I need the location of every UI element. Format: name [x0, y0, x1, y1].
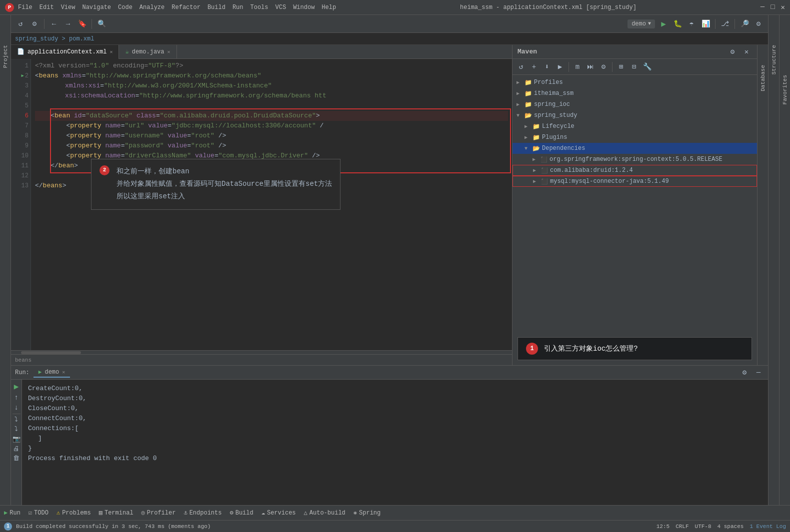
menu-file[interactable]: File: [18, 4, 32, 11]
breadcrumb-project[interactable]: spring_study > pom.xml: [15, 35, 94, 42]
tree-item-mysql[interactable]: ▶ ⬛ mysql:mysql-connector-java:5.1.49: [512, 176, 757, 187]
tree-item-spring-study[interactable]: ▼ 📂 spring_study: [512, 110, 757, 121]
menu-edit[interactable]: Edit: [40, 4, 54, 11]
profile-button[interactable]: 📊: [700, 18, 711, 29]
tree-item-dependencies[interactable]: ▼ 📂 Dependencies: [512, 143, 757, 154]
menu-bar[interactable]: File Edit View Navigate Code Analyze Ref…: [18, 4, 336, 11]
run-settings[interactable]: ⚙: [739, 367, 750, 378]
tool-build[interactable]: ⚙ Build: [230, 509, 253, 517]
minimize-button[interactable]: ─: [760, 3, 764, 11]
menu-vcs[interactable]: VCS: [276, 4, 286, 11]
forward-button[interactable]: →: [62, 18, 74, 29]
maven-execute[interactable]: ▶: [554, 61, 566, 72]
run-demo-tab[interactable]: ▶ demo ✕: [34, 368, 70, 378]
menu-code[interactable]: Code: [118, 4, 132, 11]
endpoints-icon: ⚓: [184, 509, 187, 517]
refresh-button[interactable]: ↺: [15, 18, 26, 29]
maven-settings[interactable]: ⚙: [727, 46, 738, 57]
output-line-4: ConnectCount:0,: [28, 414, 762, 424]
tool-services[interactable]: ☁ Services: [262, 509, 296, 517]
maven-settings2[interactable]: ⚙: [598, 61, 609, 72]
tree-item-itheima[interactable]: ▶ 📁 itheima_ssm: [512, 88, 757, 99]
tree-item-plugins[interactable]: ▶ 📁 Plugins: [512, 132, 757, 143]
tree-item-lifecycle[interactable]: ▶ 📁 Lifecycle: [512, 121, 757, 132]
maven-collapse[interactable]: ⊞: [616, 61, 626, 72]
back-button[interactable]: ←: [48, 18, 60, 29]
tool-endpoints[interactable]: ⚓ Endpoints: [184, 509, 222, 517]
maven-download[interactable]: ⬇: [542, 61, 552, 72]
maven-skip[interactable]: ⏭: [585, 61, 596, 72]
run-config-dropdown[interactable]: demo ▼: [628, 19, 655, 28]
maven-close[interactable]: ✕: [741, 46, 752, 57]
tool-terminal[interactable]: ▤ Terminal: [99, 509, 134, 517]
project-tab[interactable]: Project: [2, 45, 8, 68]
close-run-tab[interactable]: ✕: [62, 369, 65, 375]
menu-navigate[interactable]: Navigate: [82, 4, 111, 11]
maven-expand[interactable]: ⊟: [628, 61, 640, 72]
run-scroll-btn[interactable]: ⤵: [14, 426, 18, 433]
code-content[interactable]: <?xml version="1.0" encoding="UTF-8"?> <…: [31, 59, 512, 350]
maven-add[interactable]: +: [528, 61, 540, 72]
menu-help[interactable]: Help: [322, 4, 336, 11]
settings-button[interactable]: ⚙: [29, 18, 40, 29]
maven-lifecycle[interactable]: m: [572, 61, 583, 72]
tool-problems[interactable]: ⚠ Problems: [56, 509, 91, 517]
tab-application-context[interactable]: 📄 applicationContext.xml ✕: [11, 45, 119, 59]
menu-refactor[interactable]: Refactor: [172, 4, 200, 11]
maven-refresh[interactable]: ↺: [516, 61, 526, 72]
menu-window[interactable]: Window: [293, 4, 314, 11]
close-tab-xml[interactable]: ✕: [110, 49, 112, 55]
favorites-tab[interactable]: Favorites: [782, 75, 788, 104]
tool-auto-build[interactable]: △ Auto-build: [304, 509, 346, 517]
debug-button[interactable]: 🐛: [672, 18, 683, 29]
tool-run[interactable]: ▶ Run: [4, 509, 20, 517]
event-count-badge: 1: [4, 523, 12, 531]
bottom-toolbar: ▶ Run ☑ TODO ⚠ Problems ▤ Terminal ◎ Pro…: [0, 505, 790, 520]
build-icon: ⚙: [230, 509, 233, 517]
coverage-button[interactable]: ☂: [686, 18, 697, 29]
menu-run[interactable]: Run: [232, 4, 244, 11]
tree-item-spring-context[interactable]: ▶ ⬛ org.springframework:spring-context:5…: [512, 154, 757, 165]
run-delete-btn[interactable]: 🗑: [13, 455, 20, 462]
structure-tab[interactable]: Structure: [771, 45, 777, 74]
arrow-spring-ioc: ▶: [516, 101, 522, 107]
run-play-btn[interactable]: ▶: [14, 382, 19, 392]
settings2-button[interactable]: ⚙: [753, 18, 764, 29]
tool-todo[interactable]: ☑ TODO: [28, 509, 48, 517]
tree-item-spring-ioc[interactable]: ▶ 📁 spring_ioc: [512, 99, 757, 110]
structure-sidebar: Structure: [768, 15, 779, 505]
run-minimize[interactable]: ─: [753, 367, 764, 378]
tree-label-mysql: mysql:mysql-connector-java:5.1.49: [550, 178, 669, 185]
git-button[interactable]: ⎇: [720, 18, 730, 29]
close-tab-java[interactable]: ✕: [168, 49, 170, 55]
tab-demo-java[interactable]: ☕ demo.java ✕: [119, 45, 176, 59]
find-button[interactable]: 🔎: [739, 18, 750, 29]
folder-icon-spring-study: 📂: [524, 112, 532, 119]
run-button[interactable]: ▶: [658, 18, 669, 29]
run-down-btn[interactable]: ↓: [14, 404, 18, 412]
run-camera-btn[interactable]: 📷: [12, 435, 20, 443]
menu-view[interactable]: View: [61, 4, 76, 11]
database-tab[interactable]: Database: [760, 65, 766, 91]
search-everywhere[interactable]: 🔍: [96, 18, 107, 29]
event-log[interactable]: 1 Event Log: [750, 524, 786, 530]
tree-item-druid[interactable]: ▶ ⬛ com.alibaba:druid:1.2.4: [512, 165, 757, 176]
scrollbar-horizontal[interactable]: [11, 350, 512, 354]
java-file-icon: ☕: [125, 48, 128, 55]
todo-label: TODO: [34, 510, 48, 517]
tool-spring[interactable]: ❋ Spring: [354, 509, 380, 517]
run-up-btn[interactable]: ↑: [14, 394, 18, 402]
code-editor[interactable]: 1 ▶ 2 3 4 5 6 7 8 9 10: [11, 59, 512, 350]
run-print-btn[interactable]: 🖨: [13, 445, 20, 453]
window-controls[interactable]: ─ □ ✕: [760, 3, 785, 11]
tool-profiler[interactable]: ◎ Profiler: [142, 509, 176, 517]
maven-tools[interactable]: 🔧: [642, 61, 652, 72]
run-wrap-btn[interactable]: ⤵: [14, 416, 18, 424]
tree-item-profiles[interactable]: ▶ 📁 Profiles: [512, 77, 757, 88]
menu-build[interactable]: Build: [208, 4, 226, 11]
bookmark-button[interactable]: 🔖: [76, 18, 88, 29]
menu-tools[interactable]: Tools: [250, 4, 268, 11]
menu-analyze[interactable]: Analyze: [140, 4, 164, 11]
maximize-button[interactable]: □: [770, 3, 774, 11]
close-button[interactable]: ✕: [781, 3, 785, 11]
